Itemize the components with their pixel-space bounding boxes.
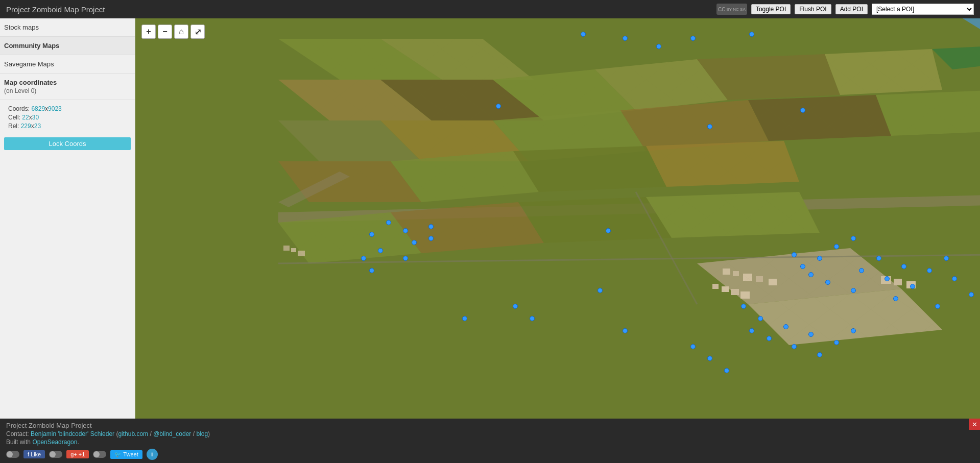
- footer-built: Built with OpenSeadragon.: [6, 438, 974, 446]
- blind-coder-link[interactable]: @blind_coder: [153, 430, 191, 437]
- poi-select[interactable]: [Select a POI]: [872, 4, 974, 15]
- zoom-out-button[interactable]: −: [158, 25, 172, 39]
- contact-name-link[interactable]: Benjamin 'blindcoder' Schieder: [31, 430, 114, 437]
- home-button[interactable]: ⌂: [174, 25, 188, 39]
- gplus-toggle-switch[interactable]: [49, 451, 62, 458]
- cell-x-link[interactable]: 22: [22, 114, 29, 121]
- footer: ✕ Project Zomboid Map Project Contact: B…: [0, 419, 980, 463]
- footer-title: Project Zomboid Map Project: [6, 422, 974, 429]
- coord-line-coords: Coords: 6829x9023: [8, 105, 131, 112]
- fb-toggle-switch[interactable]: [6, 451, 19, 458]
- header-controls: CC BY NC SA Toggle POI Flush POI Add POI…: [716, 4, 974, 15]
- fb-toggle: [6, 451, 19, 458]
- coord-y-link[interactable]: 9023: [48, 105, 62, 112]
- tweet-button[interactable]: 🐦 Tweet: [110, 450, 142, 459]
- footer-close-button[interactable]: ✕: [969, 419, 980, 430]
- rel-y-link[interactable]: 23: [34, 123, 41, 130]
- sidebar: Stock maps Community Maps Savegame Maps …: [0, 18, 135, 419]
- cell-y-link[interactable]: 30: [32, 114, 39, 121]
- flush-poi-button[interactable]: Flush POI: [795, 4, 831, 14]
- toggle-poi-button[interactable]: Toggle POI: [751, 4, 791, 14]
- coords-info: Coords: 6829x9023 Cell: 22x30 Rel: 229x2…: [0, 100, 135, 135]
- sidebar-item-stock-maps[interactable]: Stock maps: [0, 18, 135, 37]
- map-container[interactable]: + − ⌂ ⤢: [135, 18, 980, 419]
- lock-coords-button[interactable]: Lock Coords: [4, 137, 131, 150]
- blog-link[interactable]: blog: [196, 430, 208, 437]
- map-background: [135, 18, 980, 419]
- facebook-like-button[interactable]: f Like: [23, 450, 45, 458]
- openseadragon-link[interactable]: OpenSeadragon: [32, 438, 77, 446]
- twitter-icon: 🐦: [114, 451, 122, 458]
- coord-line-cell: Cell: 22x30: [8, 114, 131, 121]
- rel-x-link[interactable]: 229: [21, 123, 31, 130]
- gplus-button[interactable]: g+ +1: [66, 450, 89, 458]
- sidebar-item-community-maps[interactable]: Community Maps: [0, 37, 135, 55]
- map-controls: + − ⌂ ⤢: [141, 25, 205, 39]
- info-button[interactable]: i: [147, 449, 158, 460]
- coord-x-link[interactable]: 6829: [31, 105, 45, 112]
- zoom-in-button[interactable]: +: [141, 25, 156, 39]
- gplus-icon: g+: [70, 451, 77, 457]
- social-row: f Like g+ +1 🐦 Tweet i: [6, 449, 974, 460]
- main-area: Stock maps Community Maps Savegame Maps …: [0, 18, 980, 419]
- fullscreen-button[interactable]: ⤢: [190, 25, 205, 39]
- coords-subtitle: (on Level 0): [4, 87, 131, 94]
- footer-contact: Contact: Benjamin 'blindcoder' Schieder …: [6, 430, 974, 437]
- cc-license-badge: CC BY NC SA: [716, 4, 747, 15]
- app-title: Project Zomboid Map Project: [6, 5, 105, 14]
- tweet-toggle: [93, 451, 106, 458]
- tweet-toggle-switch[interactable]: [93, 451, 106, 458]
- coords-section: Map coordinates (on Level 0): [0, 74, 135, 100]
- github-link[interactable]: github.com: [118, 430, 148, 437]
- gplus-toggle: [49, 451, 62, 458]
- sidebar-item-savegame-maps[interactable]: Savegame Maps: [0, 55, 135, 74]
- coord-line-rel: Rel: 229x23: [8, 123, 131, 130]
- fb-icon: f: [28, 451, 29, 457]
- coords-title: Map coordinates: [4, 79, 131, 86]
- svg-rect-47: [135, 18, 980, 419]
- header: Project Zomboid Map Project CC BY NC SA …: [0, 0, 980, 18]
- add-poi-button[interactable]: Add POI: [835, 4, 868, 14]
